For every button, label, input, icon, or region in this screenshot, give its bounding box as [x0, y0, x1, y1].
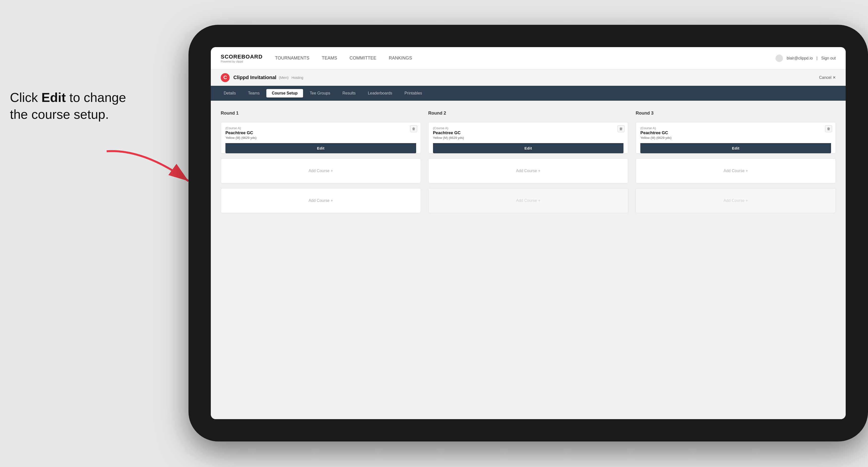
round-3-add-course-2-text: Add Course +	[724, 198, 748, 203]
round-3-course-label: (Course A)	[640, 126, 831, 130]
round-2-add-course-2-text: Add Course +	[516, 198, 540, 203]
user-avatar	[775, 55, 783, 62]
round-2-add-course-2: Add Course +	[428, 188, 628, 213]
round-3-course-card: 🗑 (Course A) Peachtree GC Yellow (M) (66…	[636, 122, 836, 154]
round-1-add-course-1-text: Add Course +	[309, 169, 333, 173]
round-2-delete-button[interactable]: 🗑	[618, 125, 624, 132]
tab-course-setup[interactable]: Course Setup	[266, 89, 303, 97]
round-1-edit-button[interactable]: Edit	[225, 143, 416, 153]
round-1-add-course-1[interactable]: Add Course +	[221, 158, 421, 183]
round-1-course-name: Peachtree GC	[225, 130, 416, 135]
nav-committee[interactable]: COMMITTEE	[350, 56, 376, 61]
cancel-button[interactable]: Cancel ✕	[819, 75, 836, 80]
round-2-course-details: Yellow (M) (6629 yds)	[433, 136, 624, 139]
round-3-column: Round 3 🗑 (Course A) Peachtree GC Yellow…	[636, 111, 836, 213]
nav-teams[interactable]: TEAMS	[322, 56, 337, 61]
tournament-bar: C Clippd Invitational (Men) Hosting Canc…	[211, 69, 846, 86]
tab-details[interactable]: Details	[218, 89, 241, 97]
logo-sub: Powered by clippd	[221, 60, 262, 63]
round-1-header: Round 1	[221, 111, 421, 116]
round-2-course-label: (Course A)	[433, 126, 624, 130]
nav-right-area: blair@clippd.io | Sign out	[775, 55, 836, 62]
round-3-header: Round 3	[636, 111, 836, 116]
tab-teams[interactable]: Teams	[243, 89, 265, 97]
round-2-add-course-1-text: Add Course +	[516, 169, 540, 173]
main-content: Round 1 🗑 (Course A) Peachtree GC Yellow…	[211, 101, 846, 419]
round-1-course-card: 🗑 (Course A) Peachtree GC Yellow (M) (66…	[221, 122, 421, 154]
tab-results[interactable]: Results	[337, 89, 361, 97]
logo-text: SCOREBOARD	[221, 54, 262, 60]
rounds-container: Round 1 🗑 (Course A) Peachtree GC Yellow…	[221, 111, 836, 213]
round-3-add-course-1-text: Add Course +	[724, 169, 748, 173]
round-1-add-course-2-text: Add Course +	[309, 198, 333, 203]
tablet-device: SCOREBOARD Powered by clippd TOURNAMENTS…	[188, 25, 868, 441]
tournament-logo: C	[221, 73, 230, 82]
round-2-column: Round 2 🗑 (Course A) Peachtree GC Yellow…	[428, 111, 628, 213]
round-3-add-course-2: Add Course +	[636, 188, 836, 213]
round-1-add-course-2[interactable]: Add Course +	[221, 188, 421, 213]
logo: SCOREBOARD Powered by clippd	[221, 54, 262, 63]
round-2-edit-button[interactable]: Edit	[433, 143, 624, 153]
nav-tournaments[interactable]: TOURNAMENTS	[275, 56, 310, 61]
separator: |	[816, 56, 817, 61]
round-2-add-course-1[interactable]: Add Course +	[428, 158, 628, 183]
round-3-edit-button[interactable]: Edit	[640, 143, 831, 153]
round-1-course-label: (Course A)	[225, 126, 416, 130]
tournament-sub: (Men)	[279, 75, 288, 80]
round-2-course-name: Peachtree GC	[433, 130, 624, 135]
round-2-course-card: 🗑 (Course A) Peachtree GC Yellow (M) (66…	[428, 122, 628, 154]
top-navigation: SCOREBOARD Powered by clippd TOURNAMENTS…	[211, 47, 846, 69]
round-1-delete-button[interactable]: 🗑	[410, 125, 417, 132]
hosting-badge: Hosting	[292, 75, 303, 80]
tab-leaderboards[interactable]: Leaderboards	[362, 89, 398, 97]
round-1-course-details: Yellow (M) (6629 yds)	[225, 136, 416, 139]
tablet-screen: SCOREBOARD Powered by clippd TOURNAMENTS…	[211, 47, 846, 419]
tab-printables[interactable]: Printables	[399, 89, 428, 97]
main-nav: TOURNAMENTS TEAMS COMMITTEE RANKINGS	[275, 56, 775, 61]
round-3-course-name: Peachtree GC	[640, 130, 831, 135]
round-1-column: Round 1 🗑 (Course A) Peachtree GC Yellow…	[221, 111, 421, 213]
tab-tee-groups[interactable]: Tee Groups	[304, 89, 336, 97]
round-2-header: Round 2	[428, 111, 628, 116]
round-3-course-details: Yellow (M) (6629 yds)	[640, 136, 831, 139]
instruction-text: Click Edit to change the course setup.	[0, 80, 149, 133]
nav-rankings[interactable]: RANKINGS	[389, 56, 412, 61]
tab-bar: Details Teams Course Setup Tee Groups Re…	[211, 86, 846, 101]
round-3-delete-button[interactable]: 🗑	[825, 125, 832, 132]
round-3-add-course-1[interactable]: Add Course +	[636, 158, 836, 183]
tournament-name: Clippd Invitational	[234, 75, 276, 80]
sign-out-link[interactable]: Sign out	[821, 56, 836, 61]
user-email: blair@clippd.io	[787, 56, 813, 61]
